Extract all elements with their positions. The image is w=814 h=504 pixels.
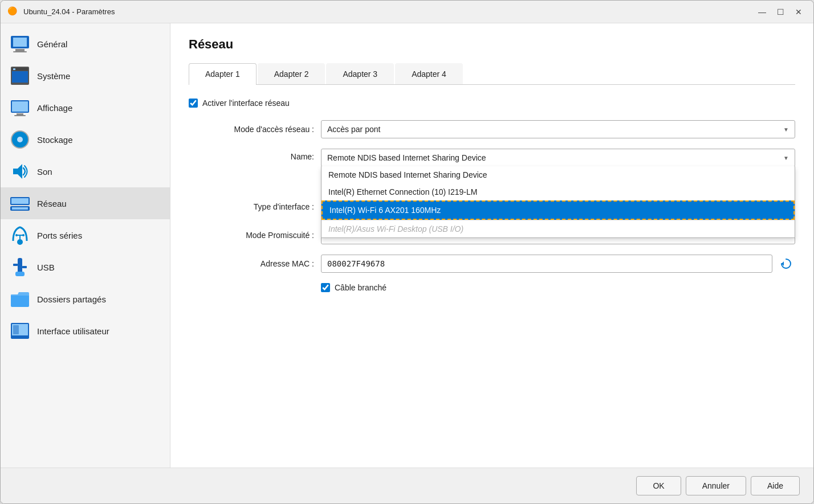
reseau-icon xyxy=(10,193,30,214)
main-window: 🟠 Ubuntu_24.04 - Paramètres — ☐ ✕ G xyxy=(0,0,814,504)
svg-point-19 xyxy=(17,239,23,245)
svg-rect-16 xyxy=(11,198,29,204)
name-selected-value: Remote NDIS based Internet Sharing Devic… xyxy=(327,153,486,162)
mac-refresh-button[interactable] xyxy=(777,255,795,273)
adresse-mac-label: Adresse MAC : xyxy=(189,259,314,268)
enable-interface-label[interactable]: Activer l'interface réseau xyxy=(202,99,290,108)
form-section: Activer l'interface réseau Mode d'accès … xyxy=(189,99,795,294)
sidebar: Général Système xyxy=(1,23,170,468)
sidebar-label-affichage: Affichage xyxy=(37,103,72,113)
enable-interface-checkbox[interactable] xyxy=(189,99,198,108)
main-content: Général Système xyxy=(1,23,813,468)
cable-branche-row: Câble branché xyxy=(189,283,795,292)
mode-acces-select[interactable]: Accès par pont ▼ xyxy=(321,120,795,138)
svg-point-23 xyxy=(22,234,25,236)
ports-icon xyxy=(10,225,30,245)
mode-acces-row: Mode d'accès réseau : Accès par pont ▼ xyxy=(189,120,795,138)
sidebar-item-son[interactable]: Son xyxy=(1,155,170,187)
sidebar-item-stockage[interactable]: Stockage xyxy=(1,124,170,155)
interface-icon xyxy=(10,321,30,341)
sidebar-label-ports: Ports séries xyxy=(37,231,82,240)
svg-rect-11 xyxy=(14,115,26,116)
mode-acces-value: Accès par pont xyxy=(327,125,380,134)
sidebar-item-dossiers[interactable]: Dossiers partagés xyxy=(1,283,170,315)
help-button[interactable]: Aide xyxy=(751,476,800,495)
svg-rect-25 xyxy=(15,272,25,276)
sidebar-label-systeme: Système xyxy=(37,71,70,81)
svg-rect-31 xyxy=(13,325,19,334)
name-chevron-icon: ▼ xyxy=(783,155,789,161)
name-dropdown-container: Remote NDIS based Internet Sharing Devic… xyxy=(321,149,795,167)
titlebar-controls: — ☐ ✕ xyxy=(754,6,807,18)
sidebar-item-interface[interactable]: Interface utilisateur xyxy=(1,315,170,347)
svg-rect-26 xyxy=(13,264,18,266)
adresse-mac-control xyxy=(321,255,795,273)
tab-adapter2[interactable]: Adapter 2 xyxy=(258,63,325,84)
sidebar-label-son: Son xyxy=(37,167,52,177)
name-dropdown-list: Remote NDIS based Internet Sharing Devic… xyxy=(321,166,795,238)
sidebar-label-general: Général xyxy=(37,39,67,49)
app-icon: 🟠 xyxy=(7,6,19,18)
sidebar-label-reseau: Réseau xyxy=(37,199,67,208)
svg-rect-28 xyxy=(11,294,29,307)
content-area: Réseau Adapter 1 Adapter 2 Adapter 3 Ada… xyxy=(170,23,813,468)
type-interface-label: Type d'interface : xyxy=(189,202,314,211)
adresse-mac-input[interactable] xyxy=(321,255,772,273)
cancel-button[interactable]: Annuler xyxy=(686,476,746,495)
svg-rect-3 xyxy=(13,51,27,52)
svg-rect-7 xyxy=(13,68,15,70)
close-button[interactable]: ✕ xyxy=(791,6,807,18)
sidebar-item-systeme[interactable]: Système xyxy=(1,60,170,92)
sidebar-item-affichage[interactable]: Affichage xyxy=(1,92,170,124)
affichage-icon xyxy=(10,97,30,118)
dropdown-option-3[interactable]: Intel(R) Wi-Fi 6 AX201 160MHz xyxy=(321,200,795,220)
stockage-icon xyxy=(10,129,30,150)
svg-rect-9 xyxy=(12,101,28,112)
ok-button[interactable]: OK xyxy=(636,476,681,495)
svg-rect-24 xyxy=(18,258,22,274)
svg-marker-14 xyxy=(13,164,22,179)
tab-adapter4[interactable]: Adapter 4 xyxy=(395,63,463,84)
maximize-button[interactable]: ☐ xyxy=(772,6,788,18)
name-dropdown-trigger[interactable]: Remote NDIS based Internet Sharing Devic… xyxy=(321,149,795,167)
general-icon xyxy=(10,34,30,54)
sidebar-label-usb: USB xyxy=(37,263,55,272)
titlebar: 🟠 Ubuntu_24.04 - Paramètres — ☐ ✕ xyxy=(1,1,813,23)
page-title: Réseau xyxy=(189,37,795,52)
dropdown-option-1[interactable]: Remote NDIS based Internet Sharing Devic… xyxy=(321,166,795,183)
refresh-icon xyxy=(780,257,792,270)
dossiers-icon xyxy=(10,289,30,309)
sidebar-label-interface: Interface utilisateur xyxy=(37,326,109,336)
name-row: Name: Remote NDIS based Internet Sharing… xyxy=(189,149,795,167)
mode-acces-label: Mode d'accès réseau : xyxy=(189,125,314,134)
name-control: Remote NDIS based Internet Sharing Devic… xyxy=(321,149,795,167)
svg-rect-27 xyxy=(22,266,27,268)
systeme-icon xyxy=(10,65,30,86)
titlebar-left: 🟠 Ubuntu_24.04 - Paramètres xyxy=(7,6,115,18)
svg-rect-5 xyxy=(12,71,28,83)
svg-rect-1 xyxy=(13,38,27,47)
name-label: Name: xyxy=(189,149,314,161)
dropdown-option-4[interactable]: Intel(R)/Asus Wi-Fi Desktop (USB I/O) xyxy=(321,220,795,237)
minimize-button[interactable]: — xyxy=(754,6,770,18)
mode-promiscuite-label: Mode Promiscuité : xyxy=(189,231,314,240)
usb-icon xyxy=(10,257,30,277)
svg-rect-2 xyxy=(15,49,25,51)
tab-adapter3[interactable]: Adapter 3 xyxy=(326,63,394,84)
tabs-container: Adapter 1 Adapter 2 Adapter 3 Adapter 4 xyxy=(189,63,795,85)
son-icon xyxy=(10,161,30,182)
tab-adapter1[interactable]: Adapter 1 xyxy=(189,63,257,85)
cable-branche-label[interactable]: Câble branché xyxy=(335,283,386,292)
dropdown-option-2[interactable]: Intel(R) Ethernet Connection (10) I219-L… xyxy=(321,183,795,200)
svg-point-22 xyxy=(15,234,18,236)
sidebar-item-reseau[interactable]: Réseau xyxy=(1,187,170,219)
adresse-mac-row: Adresse MAC : xyxy=(189,255,795,273)
cable-branche-checkbox[interactable] xyxy=(321,283,330,292)
svg-rect-18 xyxy=(12,207,28,210)
sidebar-item-general[interactable]: Général xyxy=(1,28,170,60)
mode-acces-chevron-icon: ▼ xyxy=(783,126,789,133)
sidebar-item-ports[interactable]: Ports séries xyxy=(1,219,170,251)
sidebar-label-dossiers: Dossiers partagés xyxy=(37,294,106,304)
svg-point-13 xyxy=(17,137,23,142)
sidebar-item-usb[interactable]: USB xyxy=(1,251,170,283)
